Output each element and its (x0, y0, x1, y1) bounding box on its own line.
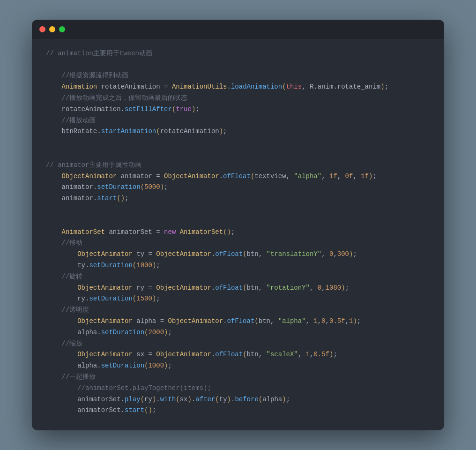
code-line: //旋转 (46, 271, 430, 283)
code-line: animatorSet.start(); (46, 405, 430, 416)
code-line (46, 216, 430, 227)
code-line: //移动 (46, 238, 430, 249)
code-line: alpha.setDuration(1000); (46, 360, 430, 372)
titlebar (32, 20, 444, 39)
code-line: // animation主要用于tween动画 (46, 48, 430, 60)
code-line: ObjectAnimator animator = ObjectAnimator… (46, 171, 430, 182)
code-line: animator.start(); (46, 193, 430, 204)
code-window: // animation主要用于tween动画 //根据资源流得到动画 Anim… (32, 20, 444, 430)
code-line: ry.setDuration(1500); (46, 293, 430, 305)
code-line: // animator主要用于属性动画 (46, 160, 430, 171)
code-line (46, 137, 430, 149)
code-line: //播放动画 (46, 115, 430, 127)
code-line (46, 149, 430, 160)
code-line: rotateAnimation.setFillAfter(true); (46, 104, 430, 115)
code-line (46, 204, 430, 216)
code-line: ObjectAnimator alpha = ObjectAnimator.of… (46, 316, 430, 327)
code-line: btnRotate.startAnimation(rotateAnimation… (46, 126, 430, 137)
code-line: animator.setDuration(5000); (46, 182, 430, 193)
code-line: //animatorSet.playTogether(items); (46, 383, 430, 394)
close-button[interactable] (39, 26, 45, 32)
code-line: //播放动画完成之后，保留动画最后的状态 (46, 93, 430, 104)
code-line: //缩放 (46, 338, 430, 350)
code-line (46, 60, 430, 71)
code-line: alpha.setDuration(2000); (46, 327, 430, 338)
minimize-button[interactable] (49, 26, 55, 32)
code-line: //透明度 (46, 305, 430, 316)
code-line: ty.setDuration(1000); (46, 260, 430, 271)
code-line: ObjectAnimator sx = ObjectAnimator.ofFlo… (46, 349, 430, 360)
maximize-button[interactable] (59, 26, 65, 32)
code-line: AnimatorSet animatorSet = new AnimatorSe… (46, 227, 430, 238)
code-line: ObjectAnimator ry = ObjectAnimator.ofFlo… (46, 283, 430, 294)
code-line: //一起播放 (46, 372, 430, 383)
code-line: ObjectAnimator ty = ObjectAnimator.ofFlo… (46, 249, 430, 260)
code-line: //根据资源流得到动画 (46, 70, 430, 82)
code-line: animatorSet.play(ry).with(sx).after(ty).… (46, 394, 430, 405)
code-line: Animation rotateAnimation = AnimationUti… (46, 82, 430, 93)
code-editor: // animation主要用于tween动画 //根据资源流得到动画 Anim… (32, 39, 444, 430)
